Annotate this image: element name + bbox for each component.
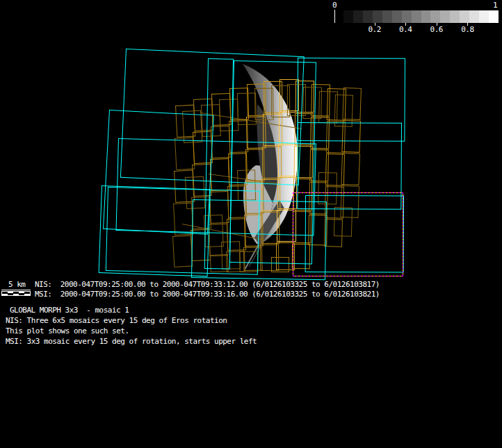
colorbar-step	[430, 10, 440, 23]
colorbar-tick-label: 0.8	[461, 25, 473, 34]
colorbar-step	[469, 10, 479, 23]
caption-set-line: This plot shows one such set.	[6, 326, 129, 335]
highlight-frame-dashed	[293, 192, 403, 276]
colorbar-step	[412, 10, 421, 23]
colorbar-step	[450, 10, 460, 23]
colorbar-max-label: 1	[493, 1, 497, 10]
nis-status-line: NIS: 2000-047T09:25:00.00 to 2000-047T09…	[35, 280, 380, 289]
colorbar-min-label: 0	[332, 1, 337, 10]
colorbar-step	[392, 10, 402, 23]
colorbar-step	[479, 10, 489, 23]
colorbar-step	[373, 10, 382, 23]
colorbar-step	[382, 10, 392, 23]
colorbar-tick-label: 0.4	[399, 25, 412, 34]
caption-title: GLOBAL MORPH 3x3 - mosaic 1	[10, 306, 129, 315]
scalebar-underline	[1, 290, 31, 290]
colorbar-step	[489, 10, 499, 23]
colorbar-left-tick	[334, 10, 335, 23]
scalebar-label: 5 km	[8, 280, 26, 289]
colorbar-step	[440, 10, 450, 23]
colorbar-ticks: 0.20.40.60.8	[343, 23, 499, 33]
colorbar-gradient	[343, 10, 499, 23]
colorbar-tick-label: 0.2	[368, 25, 380, 34]
colorbar-step	[402, 10, 412, 23]
colorbar-step	[460, 10, 469, 23]
msi-status-line: MSI: 2000-047T09:25:00.00 to 2000-047T09…	[35, 290, 380, 299]
caption-msi-line: MSI: 3x3 mosaic every 15 deg of rotation…	[6, 337, 257, 346]
colorbar-step	[421, 10, 431, 23]
caption-nis-line: NIS: Three 6x5 mosaics every 15 deg of E…	[6, 316, 227, 325]
plot-area: 0 1 0.20.40.60.8 5 km NIS: 2000-047T09:2…	[0, 0, 502, 448]
colorbar-step	[353, 10, 363, 23]
colorbar-step	[363, 10, 373, 23]
colorbar-step	[343, 10, 353, 23]
colorbar-tick-label: 0.6	[430, 25, 443, 34]
scalebar-checker	[1, 291, 31, 296]
